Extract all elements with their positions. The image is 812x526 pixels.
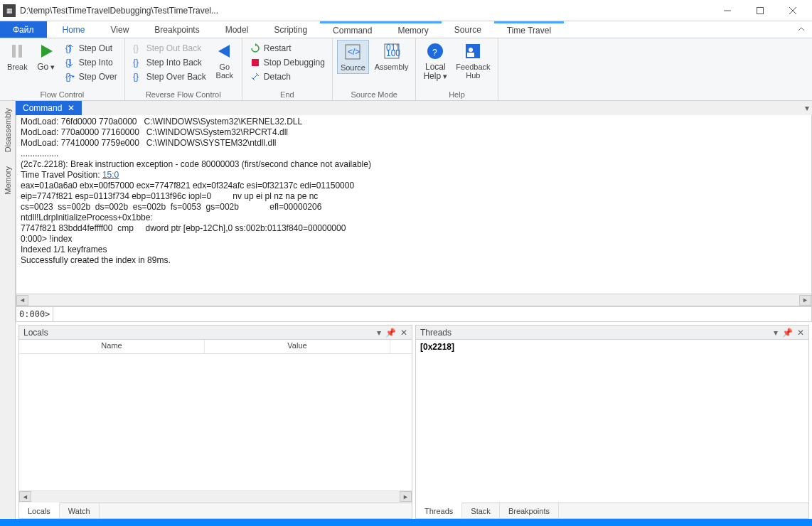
pin-icon[interactable]: 📌 — [782, 328, 793, 338]
locals-hscrollbar[interactable]: ◄ ► — [19, 490, 412, 503]
svg-rect-4 — [12, 45, 16, 58]
window-title: D:\temp\TestTimeTravelDebugging\TestTime… — [20, 6, 218, 16]
tab-breakpoints[interactable]: Breakpoints — [141, 21, 212, 38]
tab-view[interactable]: View — [98, 21, 142, 38]
local-help-button[interactable]: ? Local Help ▾ — [420, 40, 450, 82]
scroll-left-icon[interactable]: ◄ — [16, 295, 28, 306]
command-hscrollbar[interactable]: ◄ ► — [16, 294, 812, 306]
thread-item[interactable]: [0x2218] — [420, 341, 804, 353]
scroll-right-icon[interactable]: ► — [400, 491, 412, 502]
command-panel-tab[interactable]: Command ✕ — [16, 101, 82, 115]
threads-footer-tabs: Threads Stack Breakpoints — [416, 503, 808, 518]
play-back-icon — [215, 41, 235, 61]
command-prompt: 0:000> — [16, 307, 53, 321]
tab-home[interactable]: Home — [50, 21, 98, 38]
step-out-button[interactable]: {}Step Out — [62, 41, 120, 55]
footer-tab-stack[interactable]: Stack — [462, 503, 500, 518]
threads-title: Threads — [420, 328, 452, 338]
assembly-mode-button[interactable]: 01101001 Assembly — [372, 40, 412, 73]
step-over-button[interactable]: {}Step Over — [62, 70, 120, 84]
tab-memory[interactable]: Memory — [385, 21, 441, 38]
detach-button[interactable]: Detach — [247, 70, 328, 84]
close-icon[interactable]: ✕ — [400, 328, 407, 338]
locals-col-name[interactable]: Name — [19, 340, 205, 353]
footer-tab-watch[interactable]: Watch — [60, 503, 100, 518]
locals-footer-tabs: Locals Watch — [19, 503, 412, 518]
group-help: ? Local Help ▾ Feedback Hub Help — [416, 38, 498, 100]
restart-button[interactable]: Restart — [247, 41, 328, 55]
pause-icon — [7, 41, 27, 61]
sidetab-memory[interactable]: Memory — [2, 162, 14, 199]
panel-dropdown-icon[interactable]: ▾ — [805, 103, 809, 113]
close-button[interactable] — [776, 0, 809, 21]
detach-icon — [250, 71, 261, 82]
svg-marker-14 — [218, 45, 230, 58]
close-icon[interactable]: ✕ — [68, 103, 75, 113]
minimize-button[interactable] — [711, 0, 744, 21]
group-end: Restart Stop Debugging Detach End — [242, 38, 333, 100]
source-mode-button[interactable]: </> Source — [337, 40, 369, 74]
step-out-back-icon: {} — [132, 43, 144, 54]
footer-tab-threads[interactable]: Threads — [416, 503, 462, 518]
pane-dropdown-icon[interactable]: ▾ — [774, 328, 778, 338]
step-into-back-icon: {} — [132, 57, 144, 68]
tab-source[interactable]: Source — [442, 21, 494, 38]
command-input-row: 0:000> — [16, 306, 812, 322]
break-button[interactable]: Break — [4, 40, 31, 73]
help-icon: ? — [425, 41, 445, 61]
time-travel-position-link[interactable]: 15:0 — [102, 170, 119, 180]
svg-rect-16 — [252, 59, 259, 66]
tab-scripting[interactable]: Scripting — [261, 21, 320, 38]
threads-pane: Threads ▾ 📌 ✕ [0x2218] Threads Stack Bre… — [415, 325, 809, 519]
status-bar — [0, 519, 812, 526]
pane-dropdown-icon[interactable]: ▾ — [377, 328, 381, 338]
tab-file[interactable]: Файл — [0, 21, 47, 38]
sidetab-disassembly[interactable]: Disassembly — [2, 104, 14, 156]
svg-text:1001: 1001 — [386, 48, 400, 58]
group-reverse-flow: {}Step Out Back {}Step Into Back {}Step … — [125, 38, 242, 100]
tab-timetravel[interactable]: Time Travel — [494, 21, 564, 38]
tab-model[interactable]: Model — [213, 21, 262, 38]
stop-debugging-button[interactable]: Stop Debugging — [247, 55, 328, 70]
threads-body[interactable]: [0x2218] — [416, 340, 808, 503]
command-panel-header: Command ✕ ▾ — [16, 101, 812, 115]
svg-rect-5 — [18, 45, 22, 58]
locals-body[interactable] — [19, 354, 412, 490]
stop-icon — [250, 57, 261, 68]
step-over-icon: {} — [65, 71, 76, 82]
step-over-back-button[interactable]: {}Step Over Back — [129, 70, 209, 84]
side-tabs: Disassembly Memory — [0, 101, 16, 519]
pin-icon[interactable]: 📌 — [385, 328, 396, 338]
svg-text:{}: {} — [133, 58, 139, 68]
svg-text:</>: </> — [348, 47, 360, 57]
locals-pane: Locals ▾ 📌 ✕ Name Value ◄ ► — [18, 325, 412, 519]
command-output[interactable]: ModLoad: 76fd0000 770a0000 C:\WINDOWS\Sy… — [16, 115, 812, 294]
tab-command[interactable]: Command — [320, 21, 385, 38]
close-icon[interactable]: ✕ — [797, 328, 804, 338]
go-back-button[interactable]: Go Back — [212, 40, 237, 81]
svg-text:{}: {} — [133, 43, 139, 53]
group-flow-control: Break Go ▾ {}Step Out {}Step Into {}Step… — [0, 38, 125, 100]
svg-text:?: ? — [432, 48, 437, 58]
svg-rect-26 — [467, 53, 474, 57]
step-into-back-button[interactable]: {}Step Into Back — [129, 55, 209, 70]
step-into-button[interactable]: {}Step Into — [62, 55, 120, 70]
svg-point-25 — [469, 48, 473, 52]
restart-icon — [250, 43, 261, 54]
ribbon: Break Go ▾ {}Step Out {}Step Into {}Step… — [0, 38, 812, 101]
footer-tab-breakpoints[interactable]: Breakpoints — [500, 503, 559, 518]
maximize-button[interactable] — [744, 0, 776, 21]
ribbon-collapse-icon[interactable] — [791, 21, 812, 38]
footer-tab-locals[interactable]: Locals — [19, 503, 60, 518]
assembly-icon: 01101001 — [382, 41, 402, 61]
svg-rect-1 — [757, 7, 764, 14]
scroll-right-icon[interactable]: ► — [799, 295, 811, 306]
play-icon — [36, 41, 56, 61]
locals-col-value[interactable]: Value — [205, 340, 390, 353]
scroll-left-icon[interactable]: ◄ — [19, 491, 31, 502]
go-button[interactable]: Go ▾ — [33, 40, 59, 73]
command-input[interactable] — [53, 307, 811, 321]
locals-col-extra[interactable] — [390, 340, 412, 353]
step-out-back-button[interactable]: {}Step Out Back — [129, 41, 209, 55]
feedback-hub-button[interactable]: Feedback Hub — [453, 40, 493, 81]
